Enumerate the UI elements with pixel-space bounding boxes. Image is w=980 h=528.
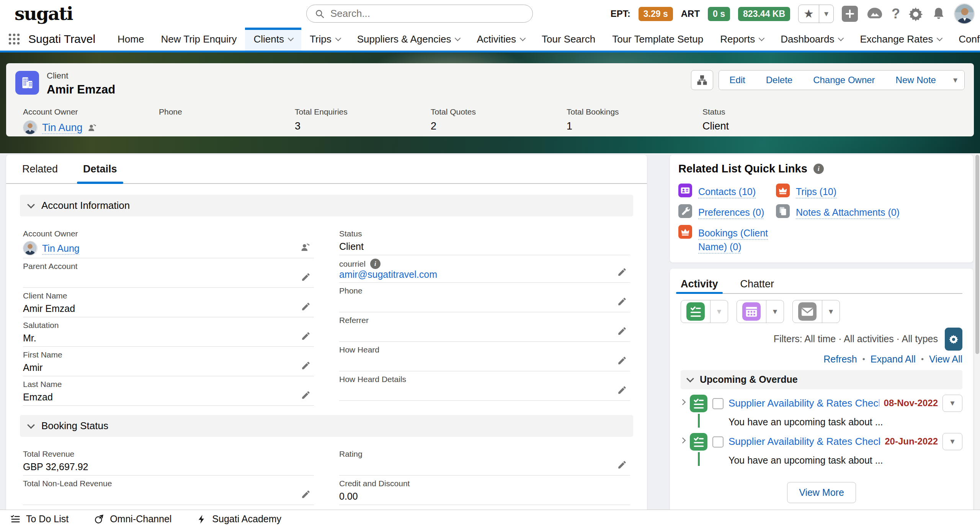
edit-pencil-icon[interactable] [301, 331, 311, 341]
field-value [339, 298, 605, 310]
stat-value: 3 [295, 120, 431, 133]
section-booking-status[interactable]: Booking Status [20, 415, 633, 437]
task-title-link[interactable]: Supplier Availability & Rates Checking [728, 436, 880, 448]
nav-item-dashboards[interactable]: Dashboards [772, 28, 851, 51]
more-actions-button[interactable]: ▾ [946, 71, 964, 90]
tab-related[interactable]: Related [22, 155, 58, 183]
edit-pencil-icon[interactable] [617, 297, 627, 307]
quick-link-preferences: Preferences (0) [678, 204, 776, 220]
chevron-right-icon[interactable] [680, 437, 686, 443]
quick-link-label[interactable]: Preferences (0) [698, 204, 764, 219]
app-launcher-icon[interactable] [8, 33, 21, 46]
nav-item-new-trip-enquiry[interactable]: New Trip Enquiry [152, 28, 245, 51]
section-account-information[interactable]: Account Information [20, 195, 633, 216]
dock-omni-channel[interactable]: Omni-Channel [94, 513, 172, 525]
nav-item-reports[interactable]: Reports [712, 28, 772, 51]
global-search[interactable] [306, 5, 533, 23]
refresh-link[interactable]: Refresh [823, 354, 857, 365]
activity-filters-summary: Filters: All time · All activities · All… [774, 333, 938, 344]
owner-link[interactable]: Tin Aung [42, 243, 80, 254]
change-owner-icon[interactable] [300, 242, 311, 253]
nav-item-tour-template-setup[interactable]: Tour Template Setup [604, 28, 712, 51]
view-all-link[interactable]: View All [929, 354, 962, 365]
favorites-dropdown-button[interactable]: ▾ [819, 5, 833, 23]
quick-link-label[interactable]: Bookings (Client Name) (0) [698, 225, 776, 254]
nav-item-home[interactable]: Home [109, 28, 152, 51]
nav-item-activities[interactable]: Activities [468, 28, 533, 51]
nav-item-trips[interactable]: Trips [301, 28, 349, 51]
art-badge: 0 s [708, 7, 730, 21]
task-actions-dropdown[interactable]: ▾ [942, 395, 962, 412]
new-task-button[interactable] [681, 300, 710, 323]
new-note-button[interactable]: New Note [885, 71, 946, 90]
edit-pencil-icon[interactable] [301, 361, 311, 371]
scrollbar-thumb[interactable] [975, 155, 979, 354]
stat-label: Total Quotes [431, 107, 567, 116]
field-label: Status [339, 229, 605, 238]
info-icon[interactable]: i [370, 259, 381, 269]
task-checkbox[interactable] [712, 398, 724, 409]
section-upcoming-overdue[interactable]: Upcoming & Overdue [681, 370, 962, 389]
setup-gear-icon[interactable] [908, 6, 923, 21]
task-actions-dropdown[interactable]: ▾ [942, 433, 962, 450]
expand-all-link[interactable]: Expand All [871, 354, 916, 365]
email-dropdown-button[interactable]: ▾ [822, 300, 840, 323]
task-title-link[interactable]: Supplier Availability & Rates Checking [728, 397, 879, 409]
quick-link-label[interactable]: Trips (10) [796, 184, 836, 198]
add-button[interactable] [842, 6, 858, 22]
nav-item-exchange-rates[interactable]: Exchange Rates [851, 28, 950, 51]
quick-link-label[interactable]: Notes & Attachments (0) [796, 204, 900, 219]
edit-pencil-icon[interactable] [301, 272, 311, 282]
separator-dot: • [862, 355, 865, 364]
chevron-right-icon[interactable] [680, 399, 686, 405]
tab-details[interactable]: Details [83, 155, 117, 183]
email-button[interactable] [793, 300, 822, 323]
edit-pencil-icon[interactable] [617, 385, 627, 395]
change-owner-button[interactable]: Change Owner [803, 71, 885, 90]
notifications-bell-icon[interactable] [931, 7, 946, 21]
task-checkbox[interactable] [712, 436, 724, 448]
header-utilities: EPT: 3.29 s ART 0 s 823.44 KB ★ ▾ ? [611, 0, 975, 28]
new-task-dropdown-button[interactable]: ▾ [710, 300, 728, 323]
view-more-button[interactable]: View More [787, 482, 856, 503]
quick-link-notes-attachments: Notes & Attachments (0) [776, 204, 965, 220]
delete-button[interactable]: Delete [756, 71, 803, 90]
field-account-owner: Account Owner Tin Aung [23, 226, 314, 258]
edit-pencil-icon[interactable] [301, 302, 311, 312]
record-actions: Edit Delete Change Owner New Note ▾ [691, 70, 965, 90]
quick-link-label[interactable]: Contacts (10) [698, 184, 756, 198]
trailhead-icon[interactable] [866, 6, 884, 22]
info-icon[interactable]: i [813, 164, 824, 174]
owner-link[interactable]: Tin Aung [42, 122, 83, 134]
vertical-scrollbar[interactable] [975, 153, 980, 510]
edit-pencil-icon[interactable] [301, 489, 311, 499]
record-detail-panel: Related Details Account Information Acco… [6, 155, 647, 510]
email-link[interactable]: amir@sugatitravel.com [339, 269, 437, 280]
favorites-star-button[interactable]: ★ [799, 5, 819, 23]
wrench-icon [678, 204, 692, 218]
search-input[interactable] [330, 8, 525, 20]
edit-pencil-icon[interactable] [617, 460, 627, 470]
edit-pencil-icon[interactable] [617, 267, 627, 277]
edit-pencil-icon[interactable] [617, 356, 627, 366]
edit-pencil-icon[interactable] [301, 390, 311, 400]
help-icon[interactable]: ? [892, 6, 900, 22]
edit-pencil-icon[interactable] [617, 326, 627, 336]
dock-sugati-academy[interactable]: Sugati Academy [197, 513, 281, 525]
nav-item-clients[interactable]: Clients [245, 28, 301, 51]
new-event-dropdown-button[interactable]: ▾ [766, 300, 784, 323]
activity-filter-settings-button[interactable] [945, 328, 962, 351]
user-avatar[interactable] [954, 3, 975, 24]
edit-button[interactable]: Edit [719, 71, 755, 90]
nav-item-configure-sugati[interactable]: Configure Sugati [950, 28, 980, 51]
nav-item-tour-search[interactable]: Tour Search [533, 28, 604, 51]
change-owner-icon[interactable] [87, 123, 97, 133]
hierarchy-button[interactable] [691, 70, 713, 90]
section-title: Upcoming & Overdue [700, 374, 798, 385]
dock-todo-list[interactable]: To Do List [10, 513, 69, 525]
nav-item-suppliers-agencies[interactable]: Suppliers & Agencies [349, 28, 469, 51]
stat-phone: Phone [159, 107, 295, 135]
tab-activity[interactable]: Activity [681, 275, 718, 293]
new-event-button[interactable] [737, 300, 766, 323]
tab-chatter[interactable]: Chatter [740, 275, 774, 293]
